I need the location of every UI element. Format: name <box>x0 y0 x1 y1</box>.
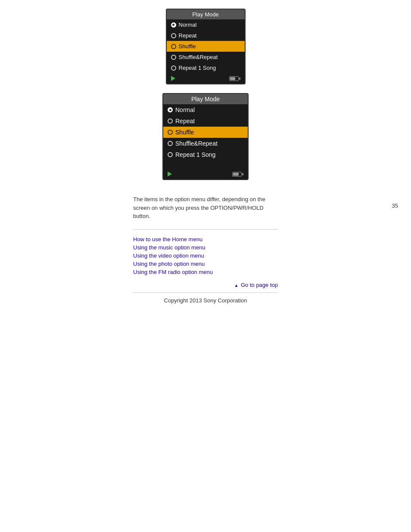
radio-filled-2 <box>168 107 173 112</box>
page-number: 35 <box>392 202 398 209</box>
screen1-item-normal: Normal <box>167 19 245 30</box>
screen2-spacer <box>163 160 248 169</box>
go-to-top-container: ▲ Go to page top <box>133 282 278 288</box>
screen1-label-shuffle: Shuffle <box>179 43 196 50</box>
radio-shuffle-1 <box>171 44 176 49</box>
screen2-title: Play Mode <box>163 94 248 104</box>
screen2-item-repeat: Repeat <box>163 115 248 127</box>
screen2-item-shufflerepeat: Shuffle&Repeat <box>163 138 248 149</box>
battery-icon-2 <box>232 172 243 177</box>
screen1-footer <box>167 73 245 84</box>
screen2-label-repeat1song: Repeat 1 Song <box>175 151 215 158</box>
go-to-top-link[interactable]: ▲ Go to page top <box>234 282 278 288</box>
go-to-top-label: Go to page top <box>241 282 278 288</box>
battery-icon-1 <box>229 76 240 81</box>
radio-repeat1song-1 <box>171 65 176 71</box>
link-video-option[interactable]: Using the video option menu <box>133 252 278 259</box>
radio-shufflerepeat-2 <box>168 141 173 146</box>
radio-shufflerepeat-1 <box>171 55 176 60</box>
play-icon-1 <box>171 76 175 81</box>
battery-body-1 <box>229 76 239 81</box>
battery-body-2 <box>232 172 242 177</box>
link-photo-option[interactable]: Using the photo option menu <box>133 261 278 267</box>
screen1-label-normal: Normal <box>179 22 197 28</box>
device-screen-2: Play Mode Normal Repeat Shuffle Shuffle&… <box>162 93 249 180</box>
radio-shuffle-2 <box>168 130 173 135</box>
screen1-item-shuffle: Shuffle <box>167 41 245 52</box>
go-to-top-arrow-icon: ▲ <box>234 283 238 288</box>
copyright-text: Copyright 2013 Sony Corporation <box>133 297 278 304</box>
screen1-item-shufflerepeat: Shuffle&Repeat <box>167 52 245 62</box>
footer-divider <box>133 292 278 293</box>
description-text: The items in the option menu differ, dep… <box>133 195 278 221</box>
screen1-item-repeat: Repeat <box>167 30 245 41</box>
screen1-item-repeat1song: Repeat 1 Song <box>167 62 245 73</box>
battery-fill-1 <box>230 77 236 80</box>
battery-tip-2 <box>242 173 243 175</box>
screen2-item-shuffle: Shuffle <box>163 127 248 138</box>
screen2-item-repeat1song: Repeat 1 Song <box>163 149 248 160</box>
device-screen-1: Play Mode Normal Repeat Shuffle Shuffle&… <box>166 9 246 84</box>
screen1-label-shufflerepeat: Shuffle&Repeat <box>179 54 218 60</box>
screens-container: Play Mode Normal Repeat Shuffle Shuffle&… <box>133 9 278 189</box>
battery-fill-2 <box>233 173 239 176</box>
screen2-label-repeat: Repeat <box>175 118 195 124</box>
screen2-item-normal: Normal <box>163 104 248 115</box>
link-home-menu[interactable]: How to use the Home menu <box>133 236 278 243</box>
play-icon-2 <box>168 171 172 177</box>
screen2-label-normal: Normal <box>175 106 195 113</box>
screen1-label-repeat: Repeat <box>179 32 197 39</box>
screen2-label-shuffle: Shuffle <box>175 129 194 136</box>
link-music-option[interactable]: Using the music option menu <box>133 244 278 251</box>
battery-tip-1 <box>239 78 240 80</box>
divider-1 <box>133 229 278 230</box>
radio-empty-2 <box>168 118 173 124</box>
radio-filled-1 <box>171 22 176 28</box>
radio-repeat1song-2 <box>168 152 173 157</box>
screen1-label-repeat1song: Repeat 1 Song <box>179 65 216 71</box>
links-section: How to use the Home menu Using the music… <box>133 236 278 275</box>
screen2-label-shufflerepeat: Shuffle&Repeat <box>175 140 218 147</box>
link-fm-radio-option[interactable]: Using the FM radio option menu <box>133 269 278 275</box>
screen2-footer <box>163 169 248 179</box>
screen1-title: Play Mode <box>167 9 245 19</box>
radio-empty-1 <box>171 33 176 38</box>
